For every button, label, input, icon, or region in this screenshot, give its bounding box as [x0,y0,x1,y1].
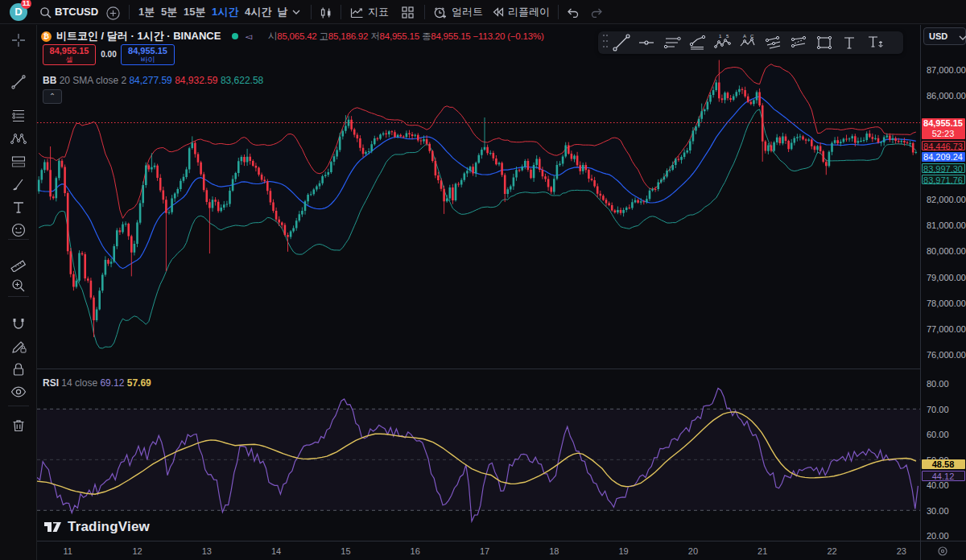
svg-text:5: 5 [726,34,729,39]
svg-text:1: 1 [719,34,722,39]
svg-text:C: C [750,34,754,39]
svg-text:A: A [743,34,746,39]
